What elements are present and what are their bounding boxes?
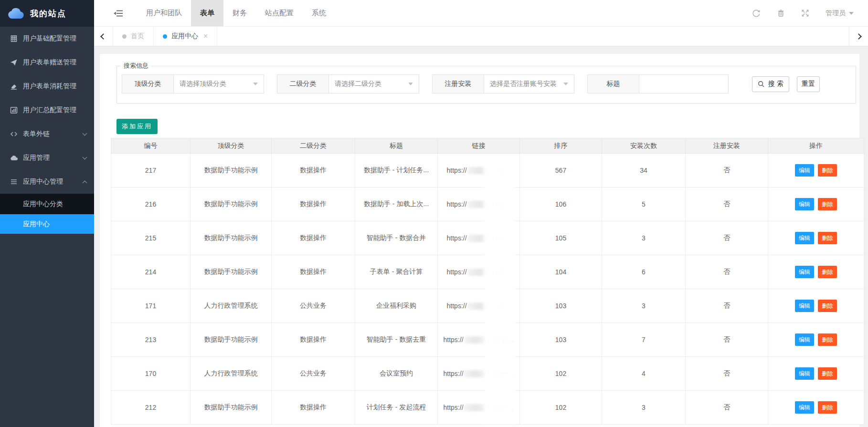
cell-top-category: 数据助手功能示例 [191, 154, 272, 187]
sidebar-item-app-center-category[interactable]: 应用中心分类 [0, 194, 94, 214]
cell-link: https://nline-... [438, 357, 520, 391]
link-suffix: ne-... [496, 167, 511, 174]
chevron-down-icon [83, 131, 87, 135]
cell-title: 会议室预约 [355, 357, 438, 391]
add-application-button[interactable]: 添加应用 [116, 119, 158, 134]
sidebar-item-user-summary-config[interactable]: 用户汇总配置管理 [0, 98, 94, 122]
column-header: 安装次数 [602, 138, 686, 154]
cell-title: 企业福利采购 [355, 289, 438, 323]
top-category-filter: 顶级分类 请选择顶级分类 [122, 74, 264, 94]
delete-button[interactable]: 删除 [818, 266, 837, 278]
reset-button[interactable]: 重置 [797, 76, 820, 92]
reset-button-label: 重置 [802, 80, 815, 87]
cell-sub-category: 公共业务 [272, 289, 355, 323]
edit-button[interactable]: 编辑 [795, 198, 814, 210]
cell-registered: 否 [686, 255, 768, 289]
edit-button[interactable]: 编辑 [795, 367, 814, 380]
cell-installs: 34 [602, 154, 686, 187]
top-category-select[interactable]: 请选择顶级分类 [174, 75, 264, 93]
sidebar-item-user-form-consume[interactable]: 用户表单消耗管理 [0, 74, 94, 98]
sidebar-item-label: 用户表单消耗管理 [23, 82, 76, 91]
sub-category-select[interactable]: 请选择二级分类 [329, 75, 419, 93]
table-row: 214数据助手功能示例数据操作子表单 - 聚合计算https://ne-...1… [111, 255, 864, 289]
edit-button[interactable]: 编辑 [795, 266, 814, 278]
link-suffix: nline-... [492, 336, 514, 344]
search-button[interactable]: 搜 索 [752, 76, 789, 92]
tab-status-dot-icon [163, 34, 167, 39]
fullscreen-icon[interactable] [801, 9, 809, 17]
search-icon [758, 81, 765, 88]
topnav-tab[interactable]: 系统 [303, 0, 335, 26]
column-header: 二级分类 [272, 138, 355, 154]
refresh-icon[interactable] [752, 9, 761, 18]
cell-sort: 104 [520, 255, 602, 289]
cell-top-category: 数据助手功能示例 [191, 255, 272, 289]
sidebar-item-user-form-gift[interactable]: 用户表单赠送管理 [0, 51, 94, 74]
admin-user-menu[interactable]: 管理员 [826, 9, 854, 18]
delete-button[interactable]: 删除 [818, 198, 837, 210]
sidebar-item-user-basic-config[interactable]: 用户基础配置管理 [0, 27, 94, 51]
admin-user-label: 管理员 [826, 9, 846, 18]
cell-registered: 否 [686, 323, 768, 357]
topnav-tab[interactable]: 用户和团队 [137, 0, 191, 26]
cell-registered: 否 [686, 221, 768, 255]
sidebar-item-app-management[interactable]: 应用管理 [0, 146, 94, 170]
page-tab[interactable]: 应用中心× [154, 27, 217, 46]
sidebar-item-form-external-link[interactable]: 表单外链 [0, 122, 94, 146]
sidebar: 我的站点 用户基础配置管理 用户表单赠送管理 用户表单消耗管理 [0, 0, 94, 427]
cell-sub-category: 数据操作 [272, 323, 355, 357]
cell-sort: 102 [520, 391, 602, 425]
collapse-sidebar-icon[interactable] [113, 9, 124, 18]
link-suffix: ne-... [496, 234, 511, 242]
cell-link: https://ne-... [438, 255, 520, 289]
cell-link: https://ne-... [438, 187, 520, 221]
title-input[interactable] [639, 75, 728, 93]
code-link-icon [10, 130, 18, 138]
sub-category-label: 二级分类 [277, 75, 329, 93]
table-row: 216数据助手功能示例数据操作数据助手 - 加载上次...https://ne-… [111, 187, 864, 221]
delete-button[interactable]: 删除 [818, 401, 837, 414]
brand-title: 我的站点 [30, 8, 66, 19]
link-prefix: https:// [444, 336, 464, 344]
cell-id: 217 [111, 154, 191, 187]
link-prefix: https:// [447, 200, 467, 208]
delete-button[interactable]: 删除 [818, 232, 837, 244]
sidebar-item-app-center[interactable]: 应用中心 [0, 214, 94, 234]
delete-button[interactable]: 删除 [818, 367, 837, 380]
list-menu-icon [10, 178, 18, 186]
cell-link: https://nline-... [438, 323, 520, 357]
sidebar-item-app-center-management[interactable]: 应用中心管理 [0, 170, 94, 194]
top-category-placeholder: 请选择顶级分类 [180, 80, 226, 88]
cell-registered: 否 [686, 357, 768, 391]
cell-actions: 编辑删除 [768, 323, 864, 357]
table-row: 212数据助手功能示例数据操作计划任务 - 发起流程https://nline-… [111, 391, 864, 425]
delete-button[interactable]: 删除 [818, 333, 837, 346]
delete-button[interactable]: 删除 [818, 300, 837, 312]
top-category-label: 顶级分类 [122, 75, 174, 93]
cell-id: 215 [111, 221, 191, 255]
cell-id: 170 [111, 357, 191, 391]
cell-top-category: 数据助手功能示例 [191, 323, 272, 357]
register-install-select[interactable]: 选择是否注册账号安装 [484, 75, 574, 93]
edit-button[interactable]: 编辑 [795, 164, 814, 177]
search-form-row: 顶级分类 请选择顶级分类 二级分类 请选择二级分类 注册安装 选择是否注册账号安… [117, 74, 856, 94]
edit-button[interactable]: 编辑 [795, 232, 814, 244]
content-panel: 搜索信息 顶级分类 请选择顶级分类 二级分类 请选择二级分类 注册安装 [100, 54, 859, 427]
topnav-tab[interactable]: 财务 [223, 0, 256, 26]
tabs-scroll-left-button[interactable] [94, 27, 113, 46]
cell-title: 计划任务 - 发起流程 [355, 391, 438, 425]
topnav-tab[interactable]: 站点配置 [256, 0, 303, 26]
close-tab-icon[interactable]: × [203, 32, 208, 40]
tabs-scroll-right-button[interactable] [849, 27, 868, 46]
delete-button[interactable]: 删除 [818, 164, 837, 177]
cell-sub-category: 数据操作 [272, 221, 355, 255]
edit-button[interactable]: 编辑 [795, 401, 814, 414]
edit-button[interactable]: 编辑 [795, 333, 814, 346]
topnav-tab[interactable]: 表单 [191, 0, 223, 26]
trash-icon[interactable] [777, 9, 785, 17]
page-tab[interactable]: 首页 [113, 27, 154, 46]
page-tab-label: 首页 [131, 32, 144, 41]
topnav-right-actions: 管理员 [752, 0, 868, 26]
edit-button[interactable]: 编辑 [795, 300, 814, 312]
link-redacted-blur [467, 269, 495, 276]
